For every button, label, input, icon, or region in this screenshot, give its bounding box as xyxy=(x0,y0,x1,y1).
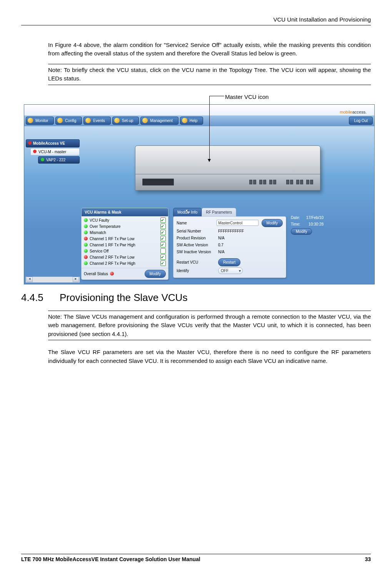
tree-node-vcu-master[interactable]: VCU-M - master xyxy=(30,148,80,155)
overall-status-dot-icon xyxy=(110,272,114,276)
callout-line xyxy=(210,96,224,96)
content-area: ↖ VCU Alarms & Mask VCU Faulty Over Temp… xyxy=(81,126,374,284)
name-input[interactable]: MasterControl xyxy=(217,220,258,226)
alarm-row: Service Off xyxy=(84,248,166,254)
alarm-row: Mismatch xyxy=(84,230,166,236)
sw-inactive-label: SW Inactive Version xyxy=(177,249,218,255)
tree-node-vap2[interactable]: VAP2 - 222 xyxy=(38,156,80,164)
sw-inactive-value: N/A xyxy=(218,249,261,255)
menu-events[interactable]: Events xyxy=(83,117,111,125)
status-dot-icon xyxy=(84,261,88,265)
page-header: VCU Unit Installation and Provisioning xyxy=(21,15,371,25)
sw-active-value: 0.7 xyxy=(218,242,261,248)
vcu-device-icon[interactable] xyxy=(135,145,320,191)
note-box-2: Note: The Slave VCUs management and conf… xyxy=(48,311,371,341)
time-label: Time: xyxy=(291,221,306,227)
sidebar-h-scrollbar[interactable]: ◄ ► xyxy=(26,277,80,282)
serial-value: FFFFFFFFFFF xyxy=(218,228,261,234)
app-window: mobileaccess. Monitor Config Events Set-… xyxy=(24,104,375,284)
date-label: Date: xyxy=(291,215,306,221)
restart-label: Restart VCU xyxy=(177,259,218,265)
menubar: Monitor Config Events Set-up Management … xyxy=(24,115,374,126)
identify-select[interactable]: OFF xyxy=(218,267,243,274)
datetime-modify-button[interactable]: Modify xyxy=(291,228,312,235)
status-dot-icon xyxy=(84,243,88,247)
mask-checkbox[interactable] xyxy=(160,242,166,247)
section-title: Provisioning the Slave VCUs xyxy=(60,292,187,303)
mask-checkbox[interactable] xyxy=(160,261,166,266)
time-value: 10:30:28 xyxy=(309,221,324,227)
restart-button[interactable]: Restart xyxy=(218,258,240,266)
menu-monitor[interactable]: Monitor xyxy=(26,117,54,125)
mask-checkbox[interactable] xyxy=(160,254,166,260)
ports-icon xyxy=(142,179,174,186)
status-dot-icon xyxy=(84,249,88,253)
body-paragraph-1: In Figure 4-4 above, the alarm condition… xyxy=(48,41,371,58)
status-dot-icon xyxy=(84,255,88,259)
alarm-row: Over Temperature xyxy=(84,224,166,230)
main-area: MobileAccess VE VCU-M - master VAP2 - 22… xyxy=(24,126,374,284)
alarm-row: Channel 2 RF Tx Pwr High xyxy=(84,261,166,267)
section-heading: 4.4.5Provisioning the Slave VCUs xyxy=(21,290,371,305)
tab-rf-parameters[interactable]: RF Parameters xyxy=(202,208,236,216)
name-label: Name xyxy=(177,220,217,226)
alarms-panel: VCU Alarms & Mask VCU Faulty Over Temper… xyxy=(81,208,168,280)
logo: mobileaccess. xyxy=(340,109,367,115)
mask-checkbox[interactable] xyxy=(160,224,166,229)
mask-checkbox[interactable] xyxy=(160,230,166,235)
mask-checkbox[interactable] xyxy=(160,236,166,241)
datetime-panel: Date:17/Feb/10 Time:10:30:28 Modify xyxy=(291,208,324,235)
alarms-title: VCU Alarms & Mask xyxy=(82,208,168,216)
identify-label: Identify xyxy=(177,268,218,274)
status-dot-icon xyxy=(84,237,88,241)
bottom-panels: VCU Alarms & Mask VCU Faulty Over Temper… xyxy=(81,208,374,284)
module-tabs: Module Info RF Parameters xyxy=(173,208,286,216)
status-dot-icon xyxy=(84,231,88,234)
alarms-list: VCU Faulty Over Temperature Mismatch Cha… xyxy=(82,216,168,268)
section-number: 4.4.5 xyxy=(21,290,60,305)
date-value: 17/Feb/10 xyxy=(306,215,324,221)
sidebar: MobileAccess VE VCU-M - master VAP2 - 22… xyxy=(24,126,81,284)
alarms-modify-button[interactable]: Modify xyxy=(145,270,166,278)
product-rev-label: Product Revision xyxy=(177,235,218,241)
overall-status-label: Overall Status xyxy=(84,271,108,277)
menu-help[interactable]: Help xyxy=(180,117,204,125)
callout-vline xyxy=(209,96,210,159)
alarm-row: Channel 1 RF Tx Pwr Low xyxy=(84,236,166,242)
menu-config[interactable]: Config xyxy=(55,117,82,125)
module-panel-wrap: Module Info RF Parameters Name MasterCon… xyxy=(173,208,286,278)
name-modify-button[interactable]: Modify xyxy=(262,219,283,227)
scroll-right-icon[interactable]: ► xyxy=(73,277,79,282)
alarm-row: VCU Faulty xyxy=(84,217,166,224)
body-paragraph-2: The Slave VCU RF parameters are set via … xyxy=(48,348,371,365)
menu-setup[interactable]: Set-up xyxy=(112,117,139,125)
callout-label: Master VCU icon xyxy=(225,93,269,102)
mask-checkbox[interactable] xyxy=(160,248,166,254)
serial-label: Serial Number xyxy=(177,228,218,234)
product-rev-value: N/A xyxy=(218,235,261,241)
mask-checkbox[interactable] xyxy=(160,217,166,223)
menu-management[interactable]: Management xyxy=(140,117,178,125)
logout-button[interactable]: Log Out xyxy=(349,117,373,125)
led-block xyxy=(249,180,313,184)
module-info-panel: Name MasterControl Modify Serial NumberF… xyxy=(173,216,286,278)
alarm-row: Channel 2 RF Tx Pwr Low xyxy=(84,254,166,261)
alarms-footer: Overall Status Modify xyxy=(82,268,168,279)
vcu-front-panel xyxy=(135,174,320,190)
cursor-icon: ↖ xyxy=(185,207,190,216)
status-dot-icon xyxy=(84,224,88,228)
sw-active-label: SW Active Version xyxy=(177,242,218,248)
tree-root[interactable]: MobileAccess VE xyxy=(26,139,80,147)
callout: Master VCU icon xyxy=(206,93,371,104)
app-titlebar: mobileaccess. xyxy=(24,105,374,115)
arrow-down-icon xyxy=(208,159,211,162)
note-box-1: Note: To briefly check the VCU status, c… xyxy=(48,64,371,85)
status-dot-icon xyxy=(84,218,88,222)
scroll-left-icon[interactable]: ◄ xyxy=(27,277,33,282)
alarm-row: Channel 1 RF Tx Pwr High xyxy=(84,242,166,248)
